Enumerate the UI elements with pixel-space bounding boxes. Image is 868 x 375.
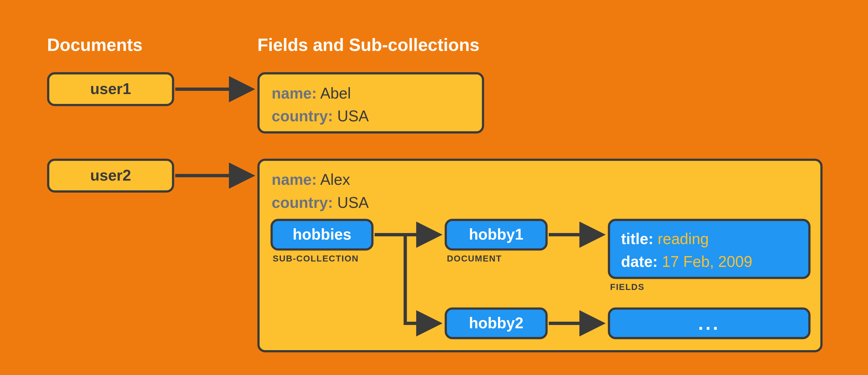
field-user1-country: country: USA	[272, 105, 470, 128]
caption-subcollection: SUB-COLLECTION	[273, 254, 359, 264]
heading-fields: Fields and Sub-collections	[257, 35, 479, 56]
field-hobby1-date: date: 17 Feb, 2009	[621, 251, 797, 274]
field-key: name:	[272, 85, 317, 102]
caption-fields: FIELDS	[610, 282, 645, 292]
field-hobby1-title: title: reading	[621, 228, 797, 251]
document-user1: user1	[47, 72, 174, 106]
document-hobby2: hobby2	[445, 307, 548, 339]
field-key: date:	[621, 253, 657, 270]
document-user2: user2	[47, 159, 174, 193]
field-key: name:	[272, 171, 317, 189]
heading-documents: Documents	[47, 35, 143, 56]
fields-box-hobby2: ...	[608, 307, 810, 339]
field-key: country:	[272, 194, 333, 211]
field-key: country:	[272, 108, 333, 125]
field-user2-name: name: Alex	[272, 169, 808, 192]
caption-document: DOCUMENT	[447, 254, 502, 264]
fields-box-user1: name: Abel country: USA	[257, 72, 484, 134]
field-user1-name: name: Abel	[272, 82, 470, 105]
subcollection-hobbies: hobbies	[271, 219, 373, 251]
field-user2-country: country: USA	[272, 192, 808, 214]
document-hobby1: hobby1	[445, 219, 548, 251]
field-key: title:	[621, 230, 653, 247]
fields-box-hobby1: title: reading date: 17 Feb, 2009	[608, 219, 810, 279]
